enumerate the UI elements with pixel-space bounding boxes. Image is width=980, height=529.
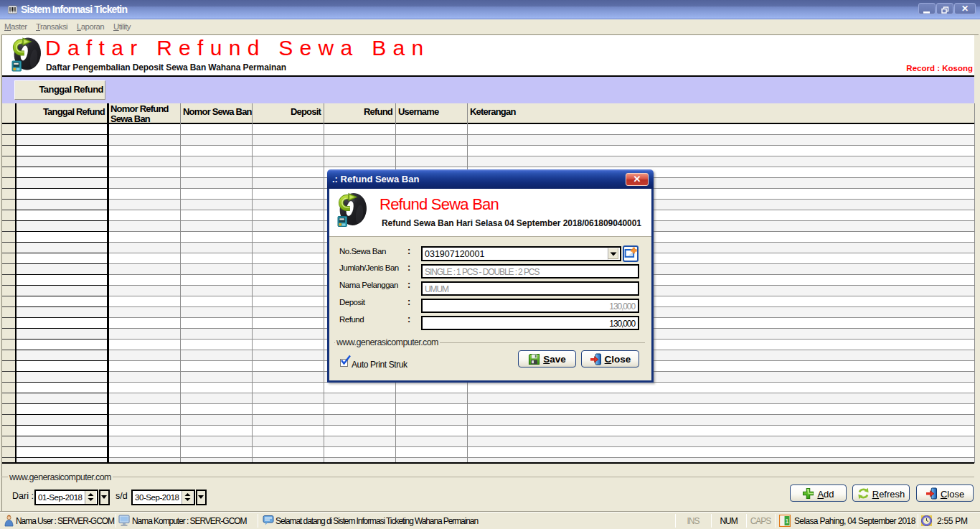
svg-text:1: 1	[785, 518, 788, 525]
